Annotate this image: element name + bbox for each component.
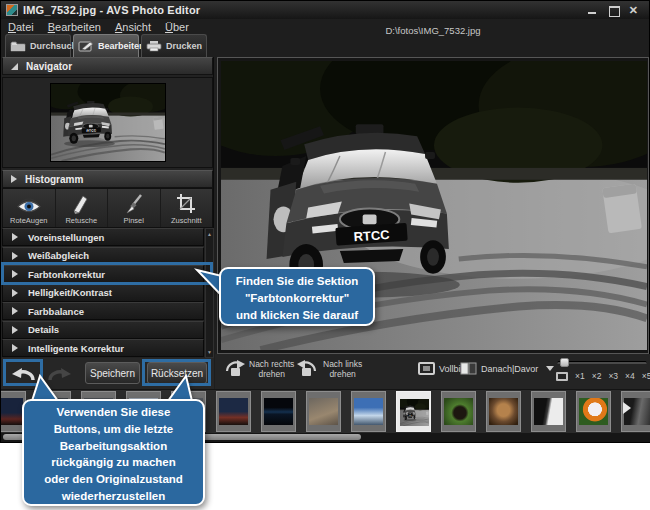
callout-farbtonkorrektur: Finden Sie die Sektion "Farbtonkorrektur…	[219, 267, 375, 326]
histogram-label: Histogramm	[25, 174, 83, 185]
thumbnail-sunset-road[interactable]	[216, 391, 251, 432]
thumbnail-puppy-grass[interactable]	[441, 391, 476, 432]
callout-line: oder den Originalzustand	[24, 471, 203, 488]
zoom-x4[interactable]: ×4	[625, 371, 635, 381]
tool-pinsel[interactable]: Pinsel	[108, 189, 161, 227]
callout-line: "Farbtonkorrektur"	[221, 290, 373, 307]
callout-undo-reset: Verwenden Sie diese Buttons, um die letz…	[22, 399, 205, 506]
section-weissabgleich[interactable]: Weißabgleich	[2, 247, 204, 265]
section-voreinstellungen[interactable]: Voreinstellungen	[2, 228, 204, 246]
zoom-slider[interactable]	[557, 358, 647, 367]
zoom-x5[interactable]: ×5	[642, 371, 650, 381]
section-label: Details	[28, 324, 59, 335]
tab-durchsuchen[interactable]: Durchsuchen	[5, 34, 71, 57]
collapsed-triangle-icon	[11, 175, 17, 183]
rotate-left-icon	[297, 359, 319, 379]
tab-label: Drucken	[166, 41, 202, 51]
thumbnail-flower[interactable]	[576, 391, 611, 432]
rotate-left-label: Nach links	[323, 359, 362, 369]
tool-rote-augen[interactable]: RoteAugen	[3, 189, 56, 227]
zoom-levels: ×1 ×2 ×3 ×4 ×5	[556, 371, 650, 381]
histogram-header[interactable]: Histogramm	[2, 170, 213, 188]
menu-ueber[interactable]: Über	[165, 21, 189, 33]
collapsed-triangle-icon	[12, 307, 18, 315]
zoom-x2[interactable]: ×2	[592, 371, 602, 381]
tab-drucken[interactable]: Drucken	[141, 34, 207, 57]
compare-before-after-button[interactable]: Danach|Davor	[460, 362, 554, 375]
tab-bearbeiten[interactable]: Bearbeiten	[73, 34, 139, 57]
tool-label: Pinsel	[124, 216, 144, 225]
menu-datei[interactable]: Datei	[8, 21, 34, 33]
rotate-right-button[interactable]: Nach rechtsdrehen	[223, 359, 294, 379]
navigator-thumbnail-image	[51, 84, 165, 161]
retouch-chalk-icon	[70, 193, 92, 215]
callout-line: Finden Sie die Sektion	[221, 273, 373, 290]
section-helligkeit-kontrast[interactable]: Helligkeit/Kontrast	[2, 284, 204, 302]
folder-icon	[10, 40, 26, 52]
collapsed-triangle-icon	[12, 344, 18, 352]
thumbnail-skyscraper-bw[interactable]	[531, 391, 566, 432]
scroll-down-icon[interactable]: ▼	[207, 349, 212, 355]
tool-label: Zuschnitt	[171, 216, 201, 225]
compare-label: Danach|Davor	[481, 364, 538, 374]
section-details[interactable]: Details	[2, 321, 204, 339]
printer-icon	[146, 40, 162, 52]
collapsed-triangle-icon	[12, 289, 18, 297]
tool-retusche[interactable]: Retusche	[56, 189, 109, 227]
image-path-label: D:\fotos\IMG_7532.jpg	[215, 25, 650, 36]
save-button[interactable]: Speichern	[85, 362, 140, 384]
filmstrip-next-icon[interactable]	[623, 402, 631, 414]
section-label: Voreinstellungen	[28, 232, 104, 243]
section-intelligente-korrektur[interactable]: Intelligente Korrektur	[2, 339, 204, 357]
rotate-right-label: Nach rechts	[249, 359, 294, 369]
fullscreen-icon	[418, 362, 435, 375]
scroll-up-icon[interactable]: ▲	[207, 231, 212, 237]
maximize-icon[interactable]	[608, 6, 619, 15]
navigator-header[interactable]: Navigator	[2, 57, 213, 75]
section-farbtonkorrektur[interactable]: Farbtonkorrektur	[2, 265, 204, 283]
navigator-preview[interactable]	[2, 77, 213, 168]
tools-row: RoteAugen Retusche Pinsel Zuschnitt	[2, 188, 213, 228]
thumbnail-sky-clouds[interactable]	[351, 391, 386, 432]
zoom-slider-track[interactable]	[557, 361, 647, 364]
section-label: Intelligente Korrektur	[28, 343, 124, 354]
thumbnail-cat[interactable]	[486, 391, 521, 432]
collapsed-triangle-icon	[12, 252, 18, 260]
thumbnail-pigeons-cobblestone[interactable]	[306, 391, 341, 432]
crop-icon	[176, 193, 196, 215]
app-icon	[6, 4, 18, 16]
rotate-left-button[interactable]: Nach linksdrehen	[297, 359, 362, 379]
mode-tabs: Durchsuchen Bearbeiten Drucken	[5, 34, 207, 57]
thumbnail-bw-race-car-selected[interactable]	[396, 391, 431, 432]
section-label: Farbtonkorrektur	[28, 269, 105, 280]
tool-label: Retusche	[65, 216, 97, 225]
zoom-x3[interactable]: ×3	[608, 371, 618, 381]
rotate-right-icon	[223, 359, 245, 379]
sidebar: Navigator Histogramm RoteAugen Retusche	[1, 57, 214, 389]
section-farbbalance[interactable]: Farbbalance	[2, 302, 204, 320]
expanded-triangle-icon	[11, 63, 18, 70]
menu-bearbeiten[interactable]: Bearbeiten	[48, 21, 101, 33]
title-bar: IMG_7532.jpg - AVS Photo Editor ✕	[1, 1, 649, 19]
tool-label: RoteAugen	[10, 216, 48, 225]
zoom-slider-handle[interactable]	[560, 358, 569, 367]
red-eye-icon	[16, 198, 42, 215]
menu-ansicht[interactable]: Ansicht	[115, 21, 151, 33]
minimize-icon[interactable]	[587, 6, 598, 15]
collapsed-triangle-icon	[12, 270, 18, 278]
screenshot: IMG_7532.jpg - AVS Photo Editor ✕ Datei …	[0, 0, 650, 510]
tab-label: Bearbeiten	[98, 41, 145, 51]
close-icon[interactable]: ✕	[629, 6, 638, 15]
fit-to-screen-icon[interactable]	[556, 372, 568, 381]
menu-bar: Datei Bearbeiten Ansicht Über	[1, 19, 215, 35]
tool-zuschnitt[interactable]: Zuschnitt	[161, 189, 213, 227]
callout-line: Buttons, um die letzte	[24, 421, 203, 438]
zoom-x1[interactable]: ×1	[575, 371, 585, 381]
callout-line: und klicken Sie darauf	[221, 307, 373, 324]
before-after-icon	[460, 362, 477, 375]
section-label: Helligkeit/Kontrast	[28, 287, 112, 298]
selected-thumbnail-image	[400, 399, 429, 426]
collapsed-triangle-icon	[12, 326, 18, 334]
section-label: Weißabgleich	[28, 250, 89, 261]
thumbnail-night-lights[interactable]	[261, 391, 296, 432]
